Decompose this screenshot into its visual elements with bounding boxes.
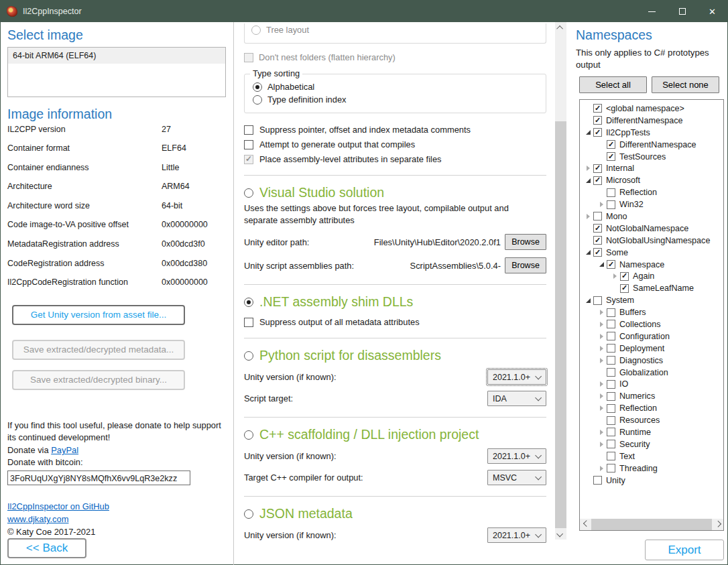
vs-solution-radio[interactable] [244,188,253,198]
tree-item-unity[interactable]: Unity [580,475,723,487]
suppress-comments-option[interactable]: Suppress pointer, offset and index metad… [244,125,546,135]
tree-checkbox[interactable] [593,248,602,257]
sort-alphabetical-option[interactable]: Alphabetical [253,82,539,92]
tree-checkbox[interactable] [620,284,629,293]
tree-expander-icon[interactable] [610,273,620,279]
json-section-header[interactable]: JSON metadata [244,506,546,521]
tree-expander-icon[interactable] [597,393,607,399]
tree-item-reflection[interactable]: Reflection [580,402,723,414]
tree-checkbox[interactable] [607,404,615,413]
tree-horizontal-scrollbar[interactable] [580,519,723,530]
tree-item-io[interactable]: IO [580,378,723,390]
tree-checkbox[interactable] [593,176,602,185]
attempt-compiles-checkbox[interactable] [244,140,253,149]
sort-type-index-radio[interactable] [253,95,262,105]
tree-item-collections[interactable]: Collections [580,318,723,330]
python-radio[interactable] [244,351,253,361]
tree-item-differentnamespace[interactable]: DifferentNamespace [580,115,723,127]
tree-expander-icon[interactable] [597,262,607,267]
tree-item-notglobalnamespace[interactable]: NotGlobalNamespace [580,223,723,235]
tree-item-threading[interactable]: Threading [580,462,723,475]
tree-checkbox[interactable] [593,128,602,137]
tree-checkbox[interactable] [607,320,615,328]
tree-checkbox[interactable] [607,188,615,197]
back-button[interactable]: << Back [7,538,86,558]
dotnet-section-header[interactable]: .NET assembly shim DLLs [244,294,546,310]
sort-alphabetical-radio[interactable] [253,82,262,92]
tree-checkbox[interactable] [620,272,629,281]
tree-item-security[interactable]: Security [580,438,723,450]
scrollbar-thumb[interactable] [555,121,566,528]
tree-item-text[interactable]: Text [580,450,723,462]
tree-expander-icon[interactable] [597,334,607,339]
tree-checkbox[interactable] [607,200,615,209]
tree-item-diagnostics[interactable]: Diagnostics [580,355,723,367]
tree-checkbox[interactable] [593,104,602,113]
tree-item-numerics[interactable]: Numerics [580,390,723,402]
scroll-up-button[interactable] [555,22,566,34]
suppress-attributes-option[interactable]: Suppress output of all metadata attribut… [244,317,546,327]
tree-checkbox[interactable] [593,212,602,221]
tree-checkbox[interactable] [593,236,602,245]
scroll-right-button[interactable] [712,519,723,530]
tree-expander-icon[interactable] [583,130,593,135]
minimize-button[interactable] [637,1,667,22]
tree-expander-icon[interactable] [597,322,607,327]
tree-expander-icon[interactable] [583,214,593,219]
dotnet-radio[interactable] [244,298,253,307]
tree-item-il2cpptests[interactable]: Il2CppTests [580,127,723,139]
cpp-compiler-dropdown[interactable]: MSVC [487,470,546,485]
tree-checkbox[interactable] [607,152,615,161]
tree-checkbox[interactable] [607,380,615,389]
tree-checkbox[interactable] [607,368,615,377]
tree-item-sameleafname[interactable]: SameLeafName [580,282,723,294]
suppress-attributes-checkbox[interactable] [244,318,253,327]
close-button[interactable]: ✕ [697,1,727,22]
tree-item-testsources[interactable]: TestSources [580,151,723,163]
tree-checkbox[interactable] [593,116,602,125]
maximize-button[interactable] [667,1,697,22]
website-link[interactable]: www.djkaty.com [7,514,68,524]
python-section-header[interactable]: Python script for disassemblers [244,348,546,363]
tree-checkbox[interactable] [607,344,615,353]
script-assemblies-path-field[interactable]: -5.0.4\ScriptAssemblies [363,261,505,271]
get-unity-version-button[interactable]: Get Unity version from asset file... [12,305,185,325]
script-target-dropdown[interactable]: IDA [487,391,546,406]
scrollbar-thumb[interactable] [591,519,712,530]
tree-item-internal[interactable]: Internal [580,162,723,174]
tree-checkbox[interactable] [607,428,615,436]
tree-checkbox[interactable] [607,416,615,425]
tree-item-again[interactable]: Again [580,270,723,282]
paypal-link[interactable]: PayPal [51,445,78,455]
center-vertical-scrollbar[interactable] [555,22,566,540]
tree-checkbox[interactable] [607,464,615,473]
bitcoin-address-field[interactable]: 3FoRUqUXgYj8NY8sMQfhX6vv9LqR3e2kzz [7,470,190,485]
tree-item-resources[interactable]: Resources [580,414,723,426]
tree-checkbox[interactable] [593,164,602,173]
image-list-item-selected[interactable]: 64-bit ARM64 (ELF64) [8,48,225,64]
browse-editor-path-button[interactable]: Browse [505,234,546,250]
tree-item-buffers[interactable]: Buffers [580,306,723,318]
tree-expander-icon[interactable] [597,442,607,447]
tree-expander-icon[interactable] [583,166,593,171]
sort-type-index-option[interactable]: Type definition index [253,95,539,105]
json-radio[interactable] [244,509,253,519]
cpp-unity-version-dropdown[interactable]: 2021.1.0+ [487,448,546,464]
tree-expander-icon[interactable] [597,346,607,351]
tree-item-win32[interactable]: Win32 [580,198,723,210]
vs-solution-section-header[interactable]: Visual Studio solution [244,185,546,200]
tree-expander-icon[interactable] [597,310,607,315]
cpp-section-header[interactable]: C++ scaffolding / DLL injection project [244,427,546,442]
tree-checkbox[interactable] [607,260,615,269]
browse-script-assemblies-button[interactable]: Browse [505,257,546,273]
tree-checkbox[interactable] [607,440,615,448]
tree-checkbox[interactable] [607,356,615,365]
json-unity-version-dropdown[interactable]: 2021.1.0+ [487,527,546,543]
tree-expander-icon[interactable] [597,430,607,435]
tree-checkbox[interactable] [593,476,602,485]
tree-item-runtime[interactable]: Runtime [580,426,723,438]
cpp-radio[interactable] [244,430,253,440]
suppress-comments-checkbox[interactable] [244,125,253,135]
python-unity-version-dropdown[interactable]: 2021.1.0+ [487,369,546,385]
tree-expander-icon[interactable] [597,202,607,207]
